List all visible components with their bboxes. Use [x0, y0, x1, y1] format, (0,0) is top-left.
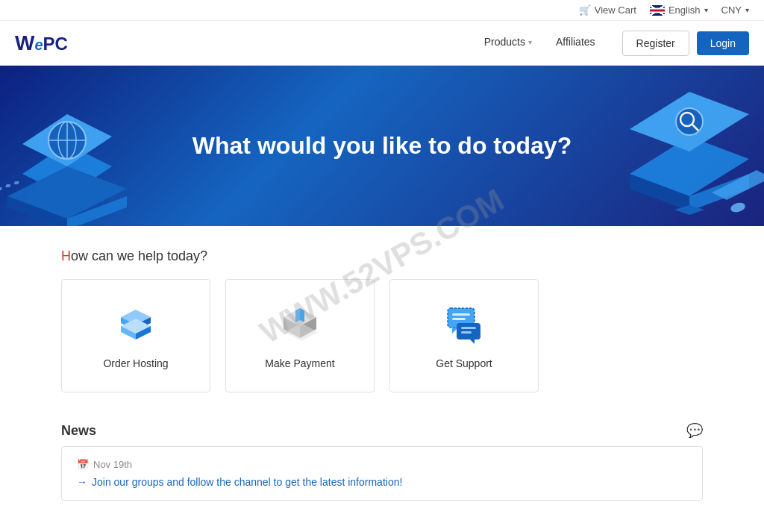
svg-point-22: [730, 201, 746, 214]
calendar-icon: 📅: [77, 459, 89, 470]
svg-rect-38: [452, 318, 466, 320]
nav-actions: Register Login: [622, 31, 749, 56]
news-link[interactable]: → Join our groups and follow the channel…: [77, 476, 687, 488]
hero-banner: What would you like to do today?: [0, 66, 764, 226]
currency-arrow: ▾: [745, 6, 749, 14]
nav-links: Products ▾ Affiliates: [472, 21, 607, 66]
order-hosting-icon: [113, 302, 158, 347]
get-support-label: Get Support: [405, 357, 523, 369]
top-bar: 🛒 View Cart English ▾ CNY ▾: [0, 0, 764, 21]
currency-selector[interactable]: CNY ▾: [721, 4, 749, 16]
language-label: English: [668, 4, 701, 16]
news-section: News 💬 📅 Nov 19th → Join our groups and …: [61, 422, 703, 501]
help-section-title: How can we help today?: [61, 248, 703, 264]
get-support-icon: [442, 302, 486, 347]
nav-affiliates[interactable]: Affiliates: [544, 21, 607, 66]
main-content: How can we help today? Order Hosting: [46, 226, 718, 523]
news-date-text: Nov 19th: [93, 459, 132, 470]
currency-label: CNY: [721, 4, 742, 16]
make-payment-icon: [278, 302, 322, 347]
logo[interactable]: WePC: [15, 31, 68, 55]
svg-marker-33: [295, 308, 300, 322]
make-payment-card[interactable]: Make Payment: [225, 279, 375, 392]
help-section: How can we help today? Order Hosting: [61, 248, 703, 392]
news-header: News 💬: [61, 422, 703, 439]
svg-rect-41: [461, 327, 476, 329]
svg-rect-11: [5, 184, 10, 187]
language-selector[interactable]: English ▾: [650, 4, 708, 16]
news-date: 📅 Nov 19th: [77, 459, 687, 470]
title-rest: ow can we help today?: [71, 248, 207, 263]
language-arrow: ▾: [704, 6, 708, 14]
svg-rect-42: [461, 331, 472, 334]
news-link-text: Join our groups and follow the channel t…: [92, 476, 402, 488]
hero-monitor-illustration: [600, 77, 764, 226]
register-button[interactable]: Register: [622, 31, 689, 56]
nav-products[interactable]: Products ▾: [472, 21, 544, 66]
flag-uk-icon: [650, 5, 665, 16]
news-arrow: →: [77, 476, 87, 488]
get-support-card[interactable]: Get Support: [389, 279, 539, 392]
hero-laptop-illustration: [0, 77, 149, 226]
order-hosting-label: Order Hosting: [77, 357, 195, 369]
help-cards: Order Hosting: [61, 279, 703, 392]
order-hosting-card[interactable]: Order Hosting: [61, 279, 210, 392]
svg-rect-37: [452, 313, 470, 316]
cart-icon: 🛒: [579, 4, 591, 16]
affiliates-label: Affiliates: [556, 36, 595, 48]
svg-rect-12: [14, 181, 19, 184]
news-section-title: News: [61, 423, 96, 439]
news-card: 📅 Nov 19th → Join our groups and follow …: [61, 446, 703, 501]
svg-marker-32: [300, 308, 304, 322]
products-label: Products: [484, 36, 525, 48]
svg-marker-40: [470, 339, 475, 344]
view-cart[interactable]: 🛒 View Cart: [579, 4, 636, 16]
title-red-h: H: [61, 248, 71, 263]
svg-rect-10: [0, 187, 2, 190]
navbar: WePC Products ▾ Affiliates Register Logi…: [0, 21, 764, 66]
products-arrow: ▾: [528, 38, 532, 46]
news-icon[interactable]: 💬: [686, 422, 703, 439]
cart-label: View Cart: [595, 4, 636, 16]
make-payment-label: Make Payment: [241, 357, 359, 369]
hero-heading: What would you like to do today?: [192, 132, 572, 160]
login-button[interactable]: Login: [697, 31, 749, 55]
